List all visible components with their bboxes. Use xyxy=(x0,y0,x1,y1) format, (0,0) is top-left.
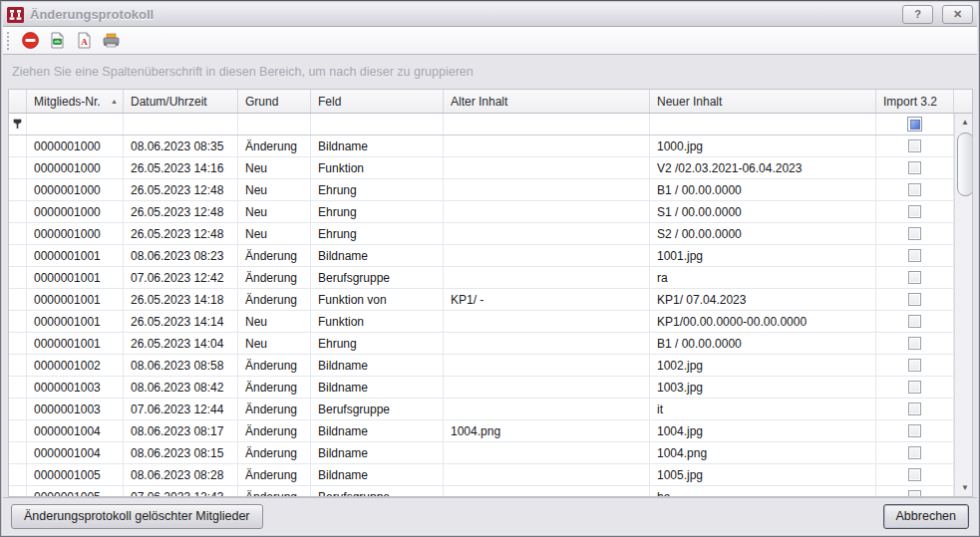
filter-input[interactable] xyxy=(27,114,123,134)
cell-feld: Ehrung xyxy=(311,201,444,222)
table-row[interactable]: 000000100126.05.2023 14:04NeuEhrungB1 / … xyxy=(9,333,954,355)
cell-alter-inhalt xyxy=(444,311,650,332)
table-row[interactable]: 000000100408.06.2023 08:17ÄnderungBildna… xyxy=(9,420,954,442)
cell-neuer-inhalt: 1000.jpg xyxy=(650,135,876,156)
table-row[interactable]: 000000100126.05.2023 14:14NeuFunktionKP1… xyxy=(9,311,954,333)
table-row[interactable]: 000000100507.06.2023 12:43ÄnderungBerufs… xyxy=(9,486,954,496)
auto-filter-row xyxy=(9,114,954,135)
cell-neuer-inhalt: S2 / 00.00.0000 xyxy=(650,223,876,244)
cell-datum-uhrzeit: 08.06.2023 08:35 xyxy=(124,135,238,156)
import-filter-checkbox[interactable] xyxy=(907,117,922,132)
table-row[interactable]: 000000100026.05.2023 12:48NeuEhrungS2 / … xyxy=(9,223,954,245)
column-header-import-3-2[interactable]: Import 3.2 xyxy=(876,90,954,113)
import-checkbox[interactable] xyxy=(908,359,921,372)
cell-datum-uhrzeit: 26.05.2023 14:16 xyxy=(124,157,238,178)
column-header-mitglieds-nr-[interactable]: Mitglieds-Nr.▲ xyxy=(27,90,124,113)
table-row[interactable]: 000000100508.06.2023 08:28ÄnderungBildna… xyxy=(9,464,954,486)
cell-datum-uhrzeit: 08.06.2023 08:28 xyxy=(124,464,238,485)
import-checkbox[interactable] xyxy=(908,161,921,174)
table-row[interactable]: 000000100108.06.2023 08:23ÄnderungBildna… xyxy=(9,245,954,267)
cell-neuer-inhalt: KP1/00.00.0000-00.00.0000 xyxy=(650,311,876,332)
filter-input-cell[interactable] xyxy=(444,114,650,134)
vertical-scrollbar[interactable]: ▲ ▼ xyxy=(954,114,972,496)
column-header-neuer-inhalt[interactable]: Neuer Inhalt xyxy=(650,90,876,113)
import-checkbox[interactable] xyxy=(908,271,921,284)
cell-import-32 xyxy=(876,311,954,332)
import-checkbox[interactable] xyxy=(908,139,921,152)
filter-import-checkbox-cell[interactable] xyxy=(876,114,954,134)
table-row[interactable]: 000000100026.05.2023 12:48NeuEhrungB1 / … xyxy=(9,179,954,201)
import-checkbox[interactable] xyxy=(908,337,921,350)
import-checkbox[interactable] xyxy=(908,446,921,459)
cell-grund: Änderung xyxy=(238,267,311,288)
scroll-down-icon[interactable]: ▼ xyxy=(955,479,972,496)
import-checkbox[interactable] xyxy=(908,227,921,240)
cell-feld: Ehrung xyxy=(311,333,444,354)
import-checkbox[interactable] xyxy=(908,424,921,437)
cell-feld: Berufsgruppe xyxy=(311,486,444,496)
cell-alter-inhalt xyxy=(444,377,650,398)
toolbar-grip-handle[interactable] xyxy=(6,31,11,51)
table-row[interactable]: 000000100008.06.2023 08:35ÄnderungBildna… xyxy=(9,135,954,157)
cell-grund: Neu xyxy=(238,157,311,178)
filter-input[interactable] xyxy=(444,114,649,134)
filter-input[interactable] xyxy=(238,114,310,134)
cell-alter-inhalt xyxy=(444,333,650,354)
cell-neuer-inhalt: KP1/ 07.04.2023 xyxy=(650,289,876,310)
filter-input[interactable] xyxy=(311,114,443,134)
cell-import-32 xyxy=(876,157,954,178)
scrollbar-thumb[interactable] xyxy=(957,133,972,196)
column-header-datum-uhrzeit[interactable]: Datum/Uhrzeit xyxy=(124,90,238,113)
cell-alter-inhalt xyxy=(444,442,650,463)
filter-input[interactable] xyxy=(124,114,237,134)
filter-input-cell[interactable] xyxy=(311,114,444,134)
table-row[interactable]: 000000100026.05.2023 14:16NeuFunktionV2 … xyxy=(9,157,954,179)
cell-datum-uhrzeit: 08.06.2023 08:23 xyxy=(124,245,238,266)
print-icon[interactable] xyxy=(99,30,123,52)
import-checkbox[interactable] xyxy=(908,315,921,328)
table-row[interactable]: 000000100307.06.2023 12:44ÄnderungBerufs… xyxy=(9,399,954,420)
cell-alter-inhalt xyxy=(444,464,650,485)
stop-icon[interactable] xyxy=(18,30,42,52)
cell-mitglieds-nr: 0000001001 xyxy=(27,267,124,288)
import-checkbox[interactable] xyxy=(908,205,921,218)
import-checkbox[interactable] xyxy=(908,468,921,481)
table-row[interactable]: 000000100308.06.2023 08:42ÄnderungBildna… xyxy=(9,377,954,399)
cell-feld: Funktion von xyxy=(311,289,444,310)
column-header-grund[interactable]: Grund xyxy=(238,90,311,113)
table-row[interactable]: 000000100408.06.2023 08:15ÄnderungBildna… xyxy=(9,442,954,464)
import-checkbox[interactable] xyxy=(908,183,921,196)
pdf-export-icon[interactable]: A xyxy=(72,30,96,52)
import-checkbox[interactable] xyxy=(908,293,921,306)
filter-input[interactable] xyxy=(650,114,875,134)
cell-datum-uhrzeit: 26.05.2023 14:14 xyxy=(124,311,238,332)
import-checkbox[interactable] xyxy=(908,490,921,496)
filter-input-cell[interactable] xyxy=(124,114,238,134)
help-button[interactable]: ? xyxy=(902,5,933,24)
filter-input-cell[interactable] xyxy=(650,114,876,134)
column-header-feld[interactable]: Feld xyxy=(311,90,444,113)
filter-input-cell[interactable] xyxy=(27,114,124,134)
cell-grund: Änderung xyxy=(238,420,311,441)
cell-neuer-inhalt: 1004.png xyxy=(650,442,876,463)
column-header-alter-inhalt[interactable]: Alter Inhalt xyxy=(444,90,650,113)
titlebar[interactable]: Änderungsprotokoll ? ✕ xyxy=(3,3,977,27)
close-button[interactable]: ✕ xyxy=(942,5,973,24)
cell-datum-uhrzeit: 26.05.2023 12:48 xyxy=(124,201,238,222)
scroll-up-icon[interactable]: ▲ xyxy=(955,114,972,131)
deleted-members-protocol-button[interactable]: Änderungsprotokoll gelöschter Mitglieder xyxy=(11,504,263,529)
table-row[interactable]: 000000100126.05.2023 14:18ÄnderungFunkti… xyxy=(9,289,954,311)
import-checkbox[interactable] xyxy=(908,249,921,262)
table-row[interactable]: 000000100208.06.2023 08:58ÄnderungBildna… xyxy=(9,355,954,377)
filter-input-cell[interactable] xyxy=(238,114,311,134)
import-checkbox[interactable] xyxy=(908,403,921,415)
import-checkbox[interactable] xyxy=(908,381,921,394)
cell-mitglieds-nr: 0000001001 xyxy=(27,333,124,354)
group-by-panel[interactable]: Ziehen Sie eine Spaltenüberschrift in di… xyxy=(3,55,977,89)
row-indicator xyxy=(9,442,27,463)
cancel-button[interactable]: Abbrechen xyxy=(883,504,969,529)
excel-export-icon[interactable]: xls xyxy=(45,30,69,52)
table-row[interactable]: 000000100107.06.2023 12:42ÄnderungBerufs… xyxy=(9,267,954,289)
table-row[interactable]: 000000100026.05.2023 12:48NeuEhrungS1 / … xyxy=(9,201,954,223)
cell-import-32 xyxy=(876,377,954,398)
